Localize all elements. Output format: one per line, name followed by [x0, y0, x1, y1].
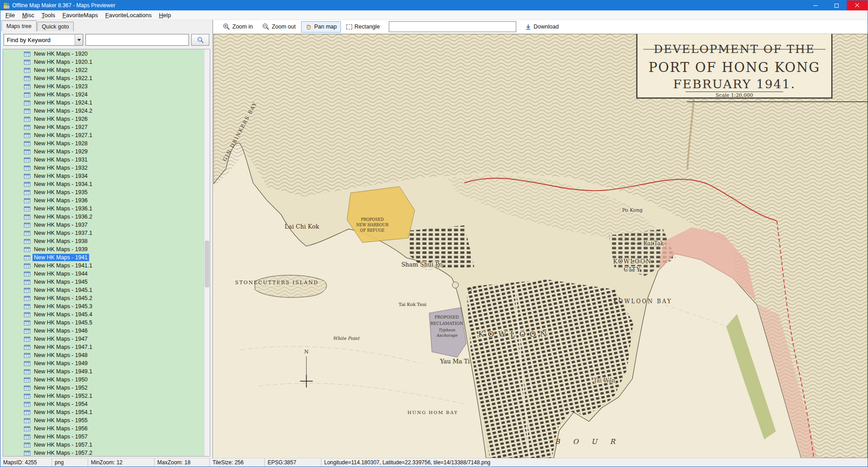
tree-item[interactable]: New HK Maps - 1948 [3, 351, 204, 359]
tree-item[interactable]: New HK Maps - 1949 [3, 359, 204, 367]
menu-item-file[interactable]: File [2, 11, 19, 19]
tree-item[interactable]: New HK Maps - 1936 [3, 196, 204, 205]
tree-item[interactable]: New HK Maps - 1934 [3, 172, 204, 180]
tree-scrollbar[interactable] [204, 49, 210, 456]
tree-item[interactable]: New HK Maps - 1928 [3, 139, 204, 148]
tree-item[interactable]: New HK Maps - 1941.1 [3, 262, 204, 270]
map-area: DEVELOPMENT OF THE PORT OF HONG KONG FEB… [213, 33, 868, 458]
download-name-input[interactable] [389, 21, 516, 32]
maximize-button[interactable] [826, 0, 847, 10]
tree-item[interactable]: New HK Maps - 1945.5 [3, 319, 204, 327]
tree-item[interactable]: New HK Maps - 1939 [3, 245, 204, 253]
search-button[interactable] [191, 34, 209, 46]
status-segment-5: EPSG:3857 [265, 458, 321, 467]
menu-item-misc[interactable]: Misc [19, 11, 38, 19]
tree-item[interactable]: New HK Maps - 1937 [3, 221, 204, 229]
menu-item-favoritelocations[interactable]: FavoriteLocations [102, 11, 156, 19]
find-mode-dropdown[interactable]: Find by Keyword [4, 34, 83, 46]
tree-item[interactable]: New HK Maps - 1944 [3, 270, 204, 278]
search-input[interactable] [85, 34, 189, 46]
tree-item[interactable]: New HK Maps - 1927.1 [3, 131, 204, 139]
label-stonecutters: STONECUTTERS ISLAND [235, 280, 319, 286]
tree-item[interactable]: New HK Maps - 1957.1 [3, 441, 204, 449]
tree-item[interactable]: New HK Maps - 1954.1 [3, 408, 204, 416]
menu-item-favoritemaps[interactable]: FavoriteMaps [59, 11, 102, 19]
tree-item[interactable]: New HK Maps - 1931 [3, 156, 204, 164]
tree-item[interactable]: New HK Maps - 1946 [3, 327, 204, 335]
tree-item[interactable]: New HK Maps - 1926 [3, 115, 204, 123]
tree-item[interactable]: New HK Maps - 1922 [3, 66, 204, 74]
map-title-line3: FEBRUARY 1941. [673, 77, 796, 91]
tree-item[interactable]: New HK Maps - 1929 [3, 148, 204, 156]
tree-item[interactable]: New HK Maps - 1957 [3, 433, 204, 441]
tree-item[interactable]: New HK Maps - 1924.2 [3, 107, 204, 115]
pan-map-button[interactable]: Pan map [301, 21, 341, 33]
map-node-icon [24, 181, 30, 187]
minimize-button[interactable] [805, 0, 826, 10]
map-canvas[interactable]: DEVELOPMENT OF THE PORT OF HONG KONG FEB… [213, 34, 868, 458]
tree-item[interactable]: New HK Maps - 1955 [3, 416, 204, 424]
close-button[interactable] [847, 0, 868, 10]
tree-item[interactable]: New HK Maps - 1941 [3, 253, 204, 262]
tree-item[interactable]: New HK Maps - 1956 [3, 424, 204, 433]
tree-item[interactable]: New HK Maps - 1952 [3, 384, 204, 392]
tree-item[interactable]: New HK Maps - 1924 [3, 91, 204, 99]
dropdown-arrow-button[interactable] [75, 34, 83, 45]
download-button[interactable]: Download [521, 21, 563, 32]
label-reclamation-2: RECLAMATION [430, 321, 463, 326]
tree-item[interactable]: New HK Maps - 1945.2 [3, 294, 204, 302]
tree-item[interactable]: New HK Maps - 1934.1 [3, 180, 204, 188]
tree-item[interactable]: New HK Maps - 1920 [3, 50, 204, 58]
map-node-icon [24, 393, 30, 399]
map-node-icon [24, 418, 30, 423]
tree-item-label: New HK Maps - 1949.1 [33, 368, 94, 375]
tree-item[interactable]: New HK Maps - 1938 [3, 237, 204, 245]
tree-item-label: New HK Maps - 1944 [33, 270, 89, 277]
zoom-out-button[interactable]: Zoom out [258, 21, 300, 33]
rectangle-button[interactable]: Rectangle [342, 21, 384, 32]
tree-item-label: New HK Maps - 1945.2 [33, 295, 94, 302]
tree-item-label: New HK Maps - 1931 [33, 156, 89, 163]
tree-item-label: New HK Maps - 1928 [33, 140, 89, 147]
map-node-icon [24, 124, 30, 130]
tree-item[interactable]: New HK Maps - 1952.1 [3, 392, 204, 400]
tree-item[interactable]: New HK Maps - 1945.3 [3, 302, 204, 310]
tab-maps-tree[interactable]: Maps tree [1, 20, 37, 31]
tree-item-label: New HK Maps - 1955 [33, 417, 89, 424]
zoom-out-label: Zoom out [272, 24, 296, 30]
tree-item[interactable]: New HK Maps - 1920.1 [3, 58, 204, 66]
tree-item[interactable]: New HK Maps - 1954 [3, 400, 204, 408]
tree-item[interactable]: New HK Maps - 1947.1 [3, 343, 204, 351]
tree-item[interactable]: New HK Maps - 1947 [3, 335, 204, 343]
tree-item[interactable]: New HK Maps - 1922.1 [3, 74, 204, 82]
map-node-icon [24, 141, 30, 146]
tree-item[interactable]: New HK Maps - 1923 [3, 82, 204, 91]
tree-item[interactable]: New HK Maps - 1957.2 [3, 449, 204, 456]
menu-item-help[interactable]: Help [155, 11, 175, 19]
tree-item[interactable]: New HK Maps - 1945.4 [3, 310, 204, 319]
tree-scrollbar-thumb[interactable] [205, 241, 209, 287]
tree-item[interactable]: New HK Maps - 1927 [3, 123, 204, 131]
search-row: Find by Keyword [0, 31, 212, 49]
label-hung-hom-bay: HUNG HOM BAY [407, 410, 458, 415]
tree-item[interactable]: New HK Maps - 1935 [3, 188, 204, 196]
tree-item[interactable]: New HK Maps - 1936.2 [3, 213, 204, 221]
map-node-icon [24, 263, 30, 268]
tree-item[interactable]: New HK Maps - 1945 [3, 278, 204, 286]
tree-item[interactable]: New HK Maps - 1945.1 [3, 286, 204, 294]
tree-item[interactable]: New HK Maps - 1937.1 [3, 229, 204, 237]
map-scale-label: Scale 1:20,000 [716, 92, 753, 98]
tab-quick-goto[interactable]: Quick goto [37, 22, 74, 31]
map-node-icon [24, 84, 30, 89]
tree-item-label: New HK Maps - 1941.1 [33, 262, 94, 269]
menu-item-tools[interactable]: Tools [38, 11, 59, 19]
tree-item[interactable]: New HK Maps - 1949.1 [3, 367, 204, 376]
tree-item[interactable]: New HK Maps - 1936.1 [3, 205, 204, 213]
tree-item-label: New HK Maps - 1927 [33, 124, 89, 131]
tree-item[interactable]: New HK Maps - 1932 [3, 164, 204, 172]
zoom-in-button[interactable]: Zoom in [219, 21, 257, 33]
tree-item[interactable]: New HK Maps - 1950 [3, 376, 204, 384]
tree-item[interactable]: New HK Maps - 1924.1 [3, 99, 204, 107]
tree-item-label: New HK Maps - 1954 [33, 400, 89, 408]
map-node-icon [24, 76, 30, 81]
